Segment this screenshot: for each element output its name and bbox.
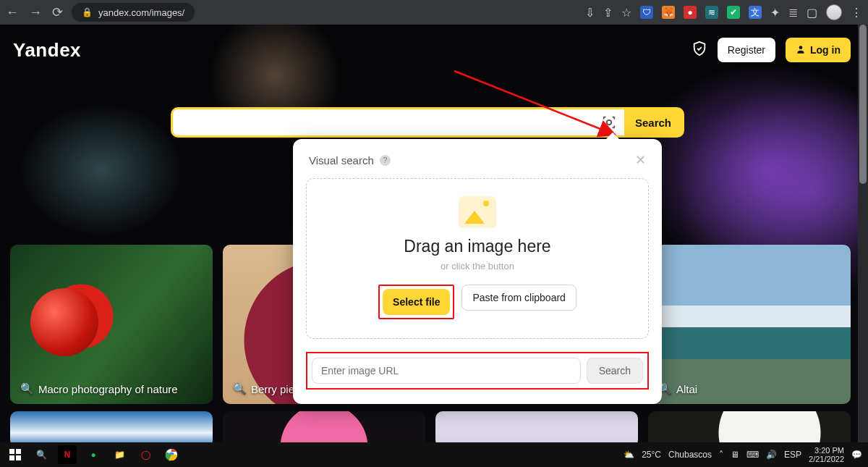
notifications-icon[interactable]: 💬	[851, 450, 862, 460]
image-search-icon[interactable]	[594, 109, 624, 135]
svg-point-0	[799, 46, 803, 49]
taskbar-app-icon[interactable]: N	[58, 445, 77, 464]
taskbar-clock[interactable]: 3:20 PM 2/21/2022	[809, 446, 844, 463]
weather-temp: 25°C	[642, 450, 661, 460]
extension-icon[interactable]: 🦊	[662, 6, 675, 19]
suggestion-label: Altai	[676, 383, 697, 395]
svg-rect-4	[16, 449, 21, 454]
suggestion-label: Berry pie	[251, 383, 294, 395]
svg-rect-3	[9, 449, 14, 454]
search-icon: 🔍	[233, 382, 247, 395]
share-icon[interactable]: ⇪	[603, 6, 613, 20]
drag-title: Drag an image here	[314, 237, 641, 256]
search-icon: 🔍	[20, 382, 34, 395]
search-button[interactable]: Search	[624, 109, 682, 135]
tray-language[interactable]: ESP	[784, 450, 801, 460]
select-file-button[interactable]: Select file	[383, 289, 450, 315]
taskbar-app-icon[interactable]	[162, 445, 181, 464]
address-bar[interactable]: 🔒 yandex.com/images/	[72, 3, 195, 22]
drop-zone[interactable]: Drag an image here or click the button S…	[306, 178, 649, 339]
tab-overview-icon[interactable]: ▢	[807, 6, 817, 20]
back-icon[interactable]: ←	[6, 5, 19, 20]
page-content: Yandex Register Log in Search 🔍M	[0, 25, 868, 442]
extension-icon[interactable]: ≋	[705, 6, 718, 19]
annotation-highlight: Search	[306, 352, 649, 390]
svg-point-1	[607, 120, 611, 125]
taskbar-app-icon[interactable]: ◯	[136, 445, 155, 464]
suggestion-label: Macro photography of nature	[38, 383, 178, 395]
image-url-input[interactable]	[312, 358, 581, 384]
kebab-menu-icon[interactable]: ⋮	[851, 6, 862, 20]
taskbar-search-icon[interactable]: 🔍	[32, 445, 51, 464]
extension-icon[interactable]: ✔	[727, 6, 740, 19]
extension-icon[interactable]: ●	[684, 6, 697, 19]
extension-icon[interactable]: 文	[749, 6, 762, 19]
visual-search-popup: Visual search ? ✕ Drag an image here or …	[293, 139, 662, 404]
reload-icon[interactable]: ⟳	[52, 4, 63, 20]
tray-volume-icon[interactable]: 🔊	[766, 450, 777, 460]
paste-clipboard-button[interactable]: Paste from clipboard	[461, 285, 576, 311]
profile-avatar[interactable]	[826, 4, 842, 20]
login-button[interactable]: Log in	[786, 38, 851, 62]
url-search-button[interactable]: Search	[587, 358, 643, 384]
forward-icon[interactable]: →	[29, 5, 42, 20]
reading-list-icon[interactable]: ≣	[788, 6, 798, 20]
taskbar-app-icon[interactable]: 📁	[110, 445, 129, 464]
svg-rect-6	[16, 455, 21, 460]
weather-desc: Chubascos	[668, 450, 712, 460]
help-icon[interactable]: ?	[380, 155, 391, 166]
start-button[interactable]	[6, 445, 25, 464]
svg-rect-5	[9, 455, 14, 460]
drag-subtitle: or click the button	[314, 261, 641, 272]
lock-icon: 🔒	[82, 7, 93, 17]
extension-icon[interactable]: 🛡	[640, 6, 653, 19]
url-text: yandex.com/images/	[98, 7, 184, 18]
image-placeholder-icon	[459, 196, 496, 228]
windows-taskbar: 🔍 N ● 📁 ◯ ⛅ 25°C Chubascos ˄ 🖥 ⌨ 🔊 ESP 3…	[0, 442, 868, 467]
scrollbar[interactable]	[858, 25, 868, 442]
extensions-icon[interactable]: ✦	[770, 6, 780, 20]
tray-chevron-icon[interactable]: ˄	[719, 450, 723, 460]
install-icon[interactable]: ⇩	[585, 6, 595, 20]
popup-title: Visual search	[309, 154, 374, 167]
yandex-logo[interactable]: Yandex	[13, 39, 81, 62]
search-input[interactable]	[173, 109, 594, 135]
tray-battery-icon[interactable]: 🖥	[731, 450, 739, 460]
suggestion-card[interactable]: 🔍Macro photography of nature	[10, 245, 213, 404]
star-icon[interactable]: ☆	[621, 6, 631, 20]
browser-toolbar: ← → ⟳ 🔒 yandex.com/images/ ⇩ ⇪ ☆ 🛡 🦊 ● ≋…	[0, 0, 868, 25]
register-button[interactable]: Register	[718, 38, 775, 62]
tray-wifi-icon[interactable]: ⌨	[746, 450, 759, 460]
annotation-highlight: Select file	[378, 285, 454, 319]
shield-icon[interactable]	[692, 41, 707, 60]
weather-icon[interactable]: ⛅	[624, 450, 634, 460]
user-icon	[796, 44, 806, 56]
taskbar-app-icon[interactable]: ●	[84, 445, 103, 464]
close-icon[interactable]: ✕	[635, 152, 646, 168]
suggestion-card[interactable]: 🔍Altai	[648, 245, 851, 404]
